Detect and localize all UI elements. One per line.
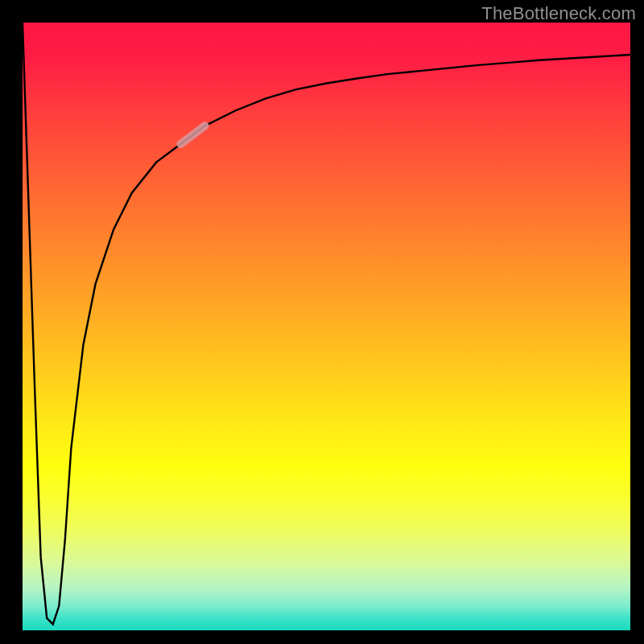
plot-area — [23, 23, 630, 630]
curve-path — [23, 23, 630, 624]
watermark-text: TheBottleneck.com — [481, 3, 636, 24]
chart-frame: TheBottleneck.com — [0, 0, 644, 644]
curve-highlight-segment — [180, 126, 204, 144]
curve-svg — [23, 23, 630, 630]
bottleneck-curve — [23, 23, 630, 624]
